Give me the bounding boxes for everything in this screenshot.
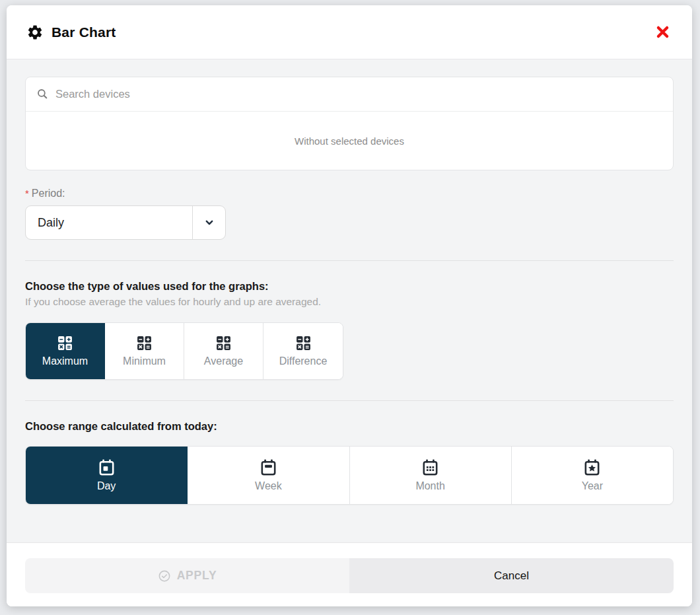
calendar-year-icon (583, 458, 601, 476)
section-divider (25, 260, 674, 261)
modal-title-group: Bar Chart (26, 24, 116, 41)
option-label: Month (415, 480, 444, 492)
modal-header: Bar Chart (7, 5, 692, 59)
value-type-heading: Choose the type of values used for the g… (25, 280, 674, 293)
period-section: *Period: Daily (25, 188, 674, 240)
range-option-year[interactable]: Year (512, 447, 673, 504)
range-button-group: Day Week Month Year (25, 446, 674, 505)
period-select-value: Daily (26, 206, 192, 239)
selected-devices-empty-state: Without selected devices (26, 112, 673, 170)
chevron-down-icon (203, 216, 216, 229)
calendar-day-icon (98, 458, 116, 476)
option-label: Minimum (123, 355, 166, 367)
gear-icon (26, 24, 44, 41)
option-label: Difference (279, 355, 328, 367)
calculator-icon (57, 335, 73, 351)
value-type-subheading: If you choose average the values for hou… (25, 296, 674, 308)
value-type-option-minimum[interactable]: Minimum (105, 323, 184, 379)
option-label: Average (204, 355, 243, 367)
value-type-option-average[interactable]: Average (184, 323, 263, 379)
calculator-icon (136, 335, 153, 351)
device-search-input[interactable] (55, 88, 662, 100)
period-select[interactable]: Daily (25, 205, 226, 240)
option-label: Year (582, 480, 603, 492)
required-asterisk: * (25, 188, 29, 199)
value-type-section: Choose the type of values used for the g… (25, 280, 674, 380)
option-label: Maximum (42, 355, 88, 367)
calculator-icon (295, 335, 312, 351)
option-label: Week (255, 480, 282, 492)
range-heading: Choose range calculated from today: (25, 420, 674, 433)
apply-button[interactable]: APPLY (25, 558, 349, 593)
modal-footer: APPLY Cancel (7, 542, 692, 606)
period-label-text: Period: (32, 188, 65, 199)
period-label: *Period: (25, 188, 674, 199)
calendar-month-icon (421, 458, 439, 476)
value-type-option-difference[interactable]: Difference (263, 323, 343, 379)
bar-chart-settings-modal: Bar Chart Without selected dev (7, 5, 692, 606)
cancel-button[interactable]: Cancel (349, 558, 674, 593)
calculator-icon (215, 335, 232, 351)
apply-button-label: APPLY (177, 569, 217, 583)
period-select-caret (192, 206, 225, 239)
check-circle-icon (158, 569, 171, 583)
value-type-button-group: Maximum Minimum Average Difference (25, 322, 343, 380)
section-divider (25, 400, 674, 401)
modal-title: Bar Chart (52, 24, 116, 40)
device-picker: Without selected devices (25, 77, 674, 170)
range-option-month[interactable]: Month (350, 447, 512, 504)
value-type-option-maximum[interactable]: Maximum (26, 323, 105, 379)
search-icon (36, 88, 49, 100)
option-label: Day (97, 480, 116, 492)
empty-devices-message: Without selected devices (295, 135, 404, 147)
cancel-button-label: Cancel (494, 569, 529, 583)
range-option-week[interactable]: Week (188, 447, 349, 504)
footer-action-bar: APPLY Cancel (25, 558, 674, 593)
modal-body: Without selected devices *Period: Daily (7, 59, 692, 542)
range-section: Choose range calculated from today: Day … (25, 420, 674, 505)
screen-backdrop: Bar Chart Without selected dev (0, 0, 700, 615)
device-search-row (26, 77, 673, 112)
close-button[interactable] (652, 22, 672, 42)
close-x-icon (656, 25, 670, 39)
range-option-day[interactable]: Day (26, 447, 188, 504)
calendar-week-icon (260, 458, 277, 476)
